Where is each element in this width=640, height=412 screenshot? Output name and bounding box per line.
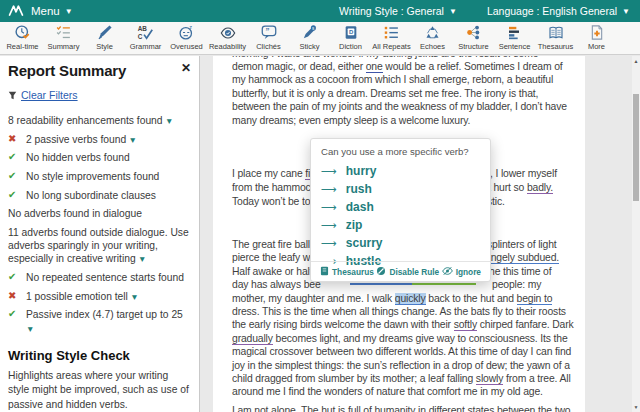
writing-style-check-description: Highlights areas where your writing styl… (8, 369, 191, 412)
cross-icon: ✖ (8, 290, 23, 303)
scroll-up-icon[interactable]: ▲ (632, 57, 640, 65)
toolbar-item-more[interactable]: More (576, 24, 617, 51)
suggestion-zip[interactable]: ⟶zip (321, 216, 480, 234)
annotated-text[interactable]: quickly (395, 293, 426, 305)
toolbar-item-all-repeats[interactable]: All Repeats (371, 24, 412, 51)
arrow-right-icon: ⟶ (321, 237, 337, 250)
doc-line: my hammock as a cocoon from which I shal… (232, 73, 575, 86)
hidden-underline-stub (412, 283, 476, 285)
toolbar-item-label: Structure (458, 42, 488, 51)
annotated-text[interactable]: softly (454, 319, 477, 331)
toolbar-item-label: Overused (170, 42, 203, 51)
doc-text: he this time of (489, 266, 551, 277)
doc-text: The great fire ball (232, 239, 310, 250)
toolbar-item-readability[interactable]: Readability (207, 24, 248, 51)
clear-filters-link[interactable]: Clear Filters (21, 89, 78, 101)
doc-text: the early rising birds welcome the dawn … (232, 319, 454, 330)
doc-text: child dragged from slumber by its mother… (232, 373, 476, 384)
suggestion-hurry[interactable]: ⟶hurry (321, 162, 480, 180)
toolbar-item-clich-s[interactable]: ”Clichés (248, 24, 289, 51)
caret-down-icon[interactable]: ▼ (126, 135, 137, 145)
toolbar-item-label: Thesaurus (538, 42, 573, 51)
action-label: Ignore (456, 267, 481, 277)
check-icon: ✔ (8, 271, 23, 284)
suggestion-word: hurry (346, 164, 377, 178)
ignore-button[interactable]: Ignore (442, 266, 481, 278)
hidden-underline-stub (350, 283, 412, 285)
annotated-text[interactable]: angely subdued. (485, 252, 559, 264)
doc-text: I place my cane (232, 168, 305, 179)
suggestion-rush[interactable]: ⟶rush (321, 180, 480, 198)
caret-down-icon[interactable]: ▼ (163, 116, 174, 126)
doc-line-right-fragment: angely subdued. (485, 251, 559, 264)
doc-line: demon magic, or dead, either one would b… (232, 60, 575, 73)
ignore-eye-icon (442, 266, 453, 278)
clock-check-icon (14, 24, 31, 41)
vertical-scrollbar[interactable]: ▲ ▼ (632, 56, 640, 412)
bars-icon (507, 24, 523, 41)
toolbar: Real-timeSummaryStyleABCGrammarzOverused… (0, 22, 640, 55)
annotated-text[interactable]: gradually (232, 333, 273, 345)
caret-down-icon[interactable]: ▼ (128, 292, 139, 302)
action-label: Disable Rule (389, 267, 439, 277)
report-item: 8 readability enhancements found ▼ (8, 114, 191, 127)
report-item: ✔No hidden verbs found (8, 151, 191, 164)
suggestion-word: scurry (346, 236, 383, 250)
network-icon (465, 24, 482, 41)
annotated-text[interactable]: badly. (527, 182, 553, 194)
report-item-text: No repeated sentence starts found (26, 271, 184, 284)
toolbar-item-overused[interactable]: zOverused (166, 24, 207, 51)
toolbar-item-real-time[interactable]: Real-time (2, 24, 43, 51)
annotated-text[interactable]: slowly (476, 373, 503, 385)
toolbar-item-sentence[interactable]: Sentence (494, 24, 535, 51)
close-icon[interactable]: ✕ (181, 62, 191, 74)
report-item: ✔Passive index (4.7) target up to 25 ▼ (8, 308, 191, 334)
doc-line: dress. This is the time when all things … (232, 305, 575, 318)
language-dropdown[interactable]: Language : English General ▼ (487, 5, 630, 17)
suggestion-dash[interactable]: ⟶dash (321, 198, 480, 216)
report-item-text: 11 adverbs found outside dialogue. Use a… (8, 226, 191, 266)
thesaurus-button[interactable]: Thesaurus (320, 266, 374, 278)
caret-down-icon[interactable]: ▼ (26, 324, 34, 334)
doc-line: butterfly, but it is only a dream. Dream… (232, 87, 575, 100)
caret-down-icon[interactable]: ▼ (136, 254, 147, 264)
check-icon: ✔ (8, 170, 23, 183)
toolbar-item-structure[interactable]: Structure (453, 24, 494, 51)
annotated-text[interactable]: begin to (517, 293, 553, 305)
scroll-down-icon[interactable]: ▼ (632, 403, 640, 411)
check-icon: ✔ (8, 308, 23, 334)
disable-rule-button[interactable]: Disable Rule (376, 266, 439, 278)
document-page[interactable]: I am not alone. The hut is full of human… (213, 56, 585, 412)
doc-text: butterfly, but it is only a dream. Dream… (232, 88, 538, 99)
doc-line: joy in the simplest things: the sun’s re… (232, 359, 575, 372)
toolbar-item-label: All Repeats (372, 42, 410, 51)
writing-style-label: Writing Style : General (339, 5, 444, 17)
doc-line-right-fragment: he this time of (489, 265, 551, 278)
toolbar-item-grammar[interactable]: ABCGrammar (125, 24, 166, 51)
quill-icon (96, 24, 113, 41)
toolbar-item-summary[interactable]: Summary (43, 24, 84, 51)
toolbar-item-thesaurus[interactable]: Thesaurus (535, 24, 576, 51)
doc-text: around me I find the wonders of nature t… (232, 386, 543, 397)
toolbar-item-diction[interactable]: DDiction (330, 24, 371, 51)
report-item-text: 1 possible emotion tell ▼ (26, 290, 139, 303)
scrollbar-thumb[interactable] (633, 94, 639, 201)
annotated-text[interactable]: one (366, 61, 383, 73)
suggestion-word: rush (346, 182, 372, 196)
suggestion-scurry[interactable]: ⟶scurry (321, 234, 480, 252)
doc-text: chirped fanfare. Dark (477, 319, 574, 330)
report-item-text: No adverbs found in dialogue (8, 207, 142, 220)
toolbar-item-sticky[interactable]: sSticky (289, 24, 330, 51)
toolbar-item-echoes[interactable]: Echoes (412, 24, 453, 51)
report-item-text: 2 passive verbs found ▼ (26, 133, 137, 146)
toolbar-item-label: Style (96, 42, 113, 51)
writing-style-check-title: Writing Style Check (8, 348, 191, 363)
doc-line: gradually becomes light, and my dreams g… (232, 332, 575, 345)
svg-text:”: ” (265, 27, 269, 36)
repeat-list-icon (383, 24, 400, 41)
writing-style-dropdown[interactable]: Writing Style : General ▼ (339, 5, 457, 17)
report-item: ✔No repeated sentence starts found (8, 271, 191, 284)
doc-text: between the pain of my joints and the we… (232, 101, 567, 112)
menu-button[interactable]: Menu ▼ (31, 5, 73, 17)
toolbar-item-style[interactable]: Style (84, 24, 125, 51)
